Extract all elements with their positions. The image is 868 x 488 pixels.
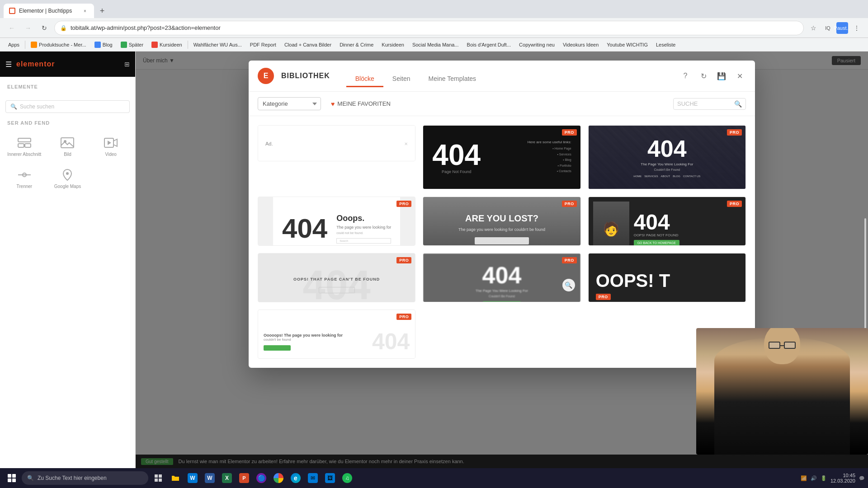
new-tab-button[interactable]: + [96,5,108,17]
taskbar-app-ppt[interactable]: P [236,470,252,486]
forward-button[interactable]: → [22,22,34,34]
search-submit-icon[interactable]: 🔍 [734,100,742,108]
bookmark-bois[interactable]: Bois d'Argent Duft... [463,41,514,48]
taskbar-time[interactable]: 10:45 12.03.2020 [830,473,855,483]
bookmark-separator [25,41,25,49]
tab-pages[interactable]: Seiten [383,71,420,87]
t7-number: 404 [634,211,741,233]
bookmark-copy-label: Copywriting neu [519,42,555,47]
back-button[interactable]: ← [5,22,18,34]
category-select[interactable]: Kategorie [258,97,321,110]
taskbar-app-mail[interactable]: ✉ [305,470,321,486]
save-templates-button[interactable]: 💾 [715,70,728,82]
t1-text: Ooops. The page you were looking for cou… [336,214,391,244]
bookmark-star-button[interactable]: ☆ [807,22,819,34]
ad-close[interactable]: ✕ [404,141,408,146]
taskbar-app-excel[interactable]: X [219,470,235,486]
bookmark-wahlf[interactable]: Wahlfächer WU Aus... [190,41,245,48]
hamburger-icon[interactable]: ☰ [5,60,12,69]
taskbar-app-onenote[interactable]: 🔵 [253,470,269,486]
taskbar-search-icon: 🔍 [27,475,34,481]
template-card-404-blur[interactable]: 404 The Page You Were Looking For Couldn… [423,253,580,302]
taskbar-app-spotify[interactable]: ♫ [339,470,355,486]
refresh-templates-button[interactable]: ↻ [697,70,710,82]
taskbar-battery-icon[interactable]: 🔋 [821,475,827,481]
favorites-button[interactable]: ♥ MEINE FAVORITEN [326,98,395,110]
bookmark-pdf[interactable]: PDF Report [246,41,280,48]
search-wrapper[interactable]: 🔍 [673,98,746,110]
t7-sub: OOPS! PAGE NOT FOUND [634,233,741,237]
extensions-button[interactable]: IQ [822,22,834,34]
template-card-404-grey-bg[interactable]: 404 OOPS! THAT PAGE CAN'T BE FOUND PRO [258,253,415,302]
t5-search [475,237,529,244]
grid-view-button[interactable]: ⊞ [124,61,130,68]
address-bar[interactable]: 🔒 tobitalk.at/wp-admin/post.php?post=23&… [54,21,804,35]
widget-inner-section[interactable]: Innerer Abschnitt [4,131,45,161]
tab-blocks[interactable]: Blöcke [346,71,383,87]
refresh-button[interactable]: ↻ [38,22,51,34]
bookmark-spaeter[interactable]: Später [117,41,147,49]
tab-favicon [9,8,15,14]
bookmark-canva[interactable]: Cload + Canva Bilder [281,41,335,48]
widget-search-box[interactable]: 🔍 Suche suchen [5,100,130,113]
bookmark-blog[interactable]: Blog [91,41,116,49]
taskbar-network-icon[interactable]: 📶 [801,475,807,481]
bookmark-leseliste[interactable]: Leseliste [652,41,679,48]
bookmark-kursideen2[interactable]: Kursideen [378,41,408,48]
t8-sub2: Couldn't Be Found [489,295,515,298]
taskbar-search-box[interactable]: 🔍 Zu Suche Text hier eingeben [22,471,148,485]
bookmark-video[interactable]: Videokurs Ideen [559,41,602,48]
taskbar-sound-icon[interactable]: 🔊 [811,475,817,481]
help-button[interactable]: ? [679,70,692,82]
start-button[interactable] [4,470,20,486]
template-card-404-bg-photo[interactable]: 404 The Page You Were Looking For Couldn… [588,125,746,189]
taskbar-app-chrome[interactable] [270,470,287,486]
template-card-ad[interactable]: Ad. ✕ [258,125,415,161]
template-img-404-oops: 404 Ooops. The page you were looking for… [258,197,415,246]
bookmark-kursideen[interactable]: Kursideen [148,41,186,49]
menu-button[interactable]: ⋮ [851,22,863,34]
template-card-404-black-split[interactable]: 404 Page Not Found Here are some useful … [423,125,580,189]
t1-sub: The page you were looking for [336,225,391,230]
pro-badge-3: PRO [727,129,742,136]
svg-rect-12 [159,474,162,478]
taskbar-task-view[interactable] [150,470,166,486]
bookmark-produktsuche[interactable]: Produktsuche - Mer... [27,41,90,49]
notification-button[interactable]: 💬 [859,476,864,481]
bookmark-copy[interactable]: Copywriting neu [515,41,558,48]
template-card-ooooops[interactable]: Ooooops! The page you were looking for c… [258,310,415,359]
pro-badge-ooooops: PRO [396,314,411,320]
taskbar-app-photos[interactable]: 🖼 [322,470,338,486]
close-tab-button[interactable]: × [81,7,89,14]
template-img-are-you-lost: ARE YOU LOST? The page you were looking … [423,197,580,246]
library-modal: E BIBLIOTHEK Blöcke Seiten Meine Templat… [249,61,755,368]
active-tab[interactable]: Elementor | Buchtipps × [4,4,94,18]
t7-btn: GO BACK TO HOMEPAGE [634,240,679,246]
bookmark-dinner[interactable]: Dinner & Crime [336,41,377,48]
elements-label: ELEMENTE [0,80,135,93]
widget-maps[interactable]: Google Maps [47,163,89,193]
bookmark-youtube[interactable]: Youtube WICHTIG [603,41,651,48]
widget-video[interactable]: Video [90,131,132,161]
t5-sub: The page you were looking for couldn't b… [458,227,545,232]
widget-image[interactable]: Bild [47,131,89,161]
widget-divider[interactable]: Trenner [4,163,45,193]
zoom-icon[interactable]: 🔍 [562,279,575,291]
ooooops-sub: couldn't be found [264,338,368,342]
bookmark-social[interactable]: Social Media Mana... [409,41,462,48]
t3-sub: The Page You Were Looking For [641,162,693,166]
template-card-404-oops[interactable]: 404 Ooops. The page you were looking for… [258,197,415,246]
template-card-404-partial[interactable]: OOPS! T PRO [588,253,746,302]
divider-label: Trenner [17,184,33,189]
taskbar-app-word[interactable]: W [202,470,218,486]
taskbar-app-3[interactable]: W [184,470,201,486]
close-modal-button[interactable]: ✕ [733,70,746,82]
profile-button[interactable]: Paust... [836,22,848,34]
tab-my-templates[interactable]: Meine Templates [420,71,486,87]
template-card-are-you-lost[interactable]: ARE YOU LOST? The page you were looking … [423,197,580,246]
template-card-404-dark-photo-man[interactable]: 🧑 404 OOPS! PAGE NOT FOUND GO BACK TO HO… [588,197,746,246]
template-search-input[interactable] [677,100,731,107]
bookmark-apps[interactable]: Apps [5,41,23,48]
taskbar-file-explorer[interactable] [167,470,184,486]
taskbar-app-edge[interactable]: e [288,470,304,486]
